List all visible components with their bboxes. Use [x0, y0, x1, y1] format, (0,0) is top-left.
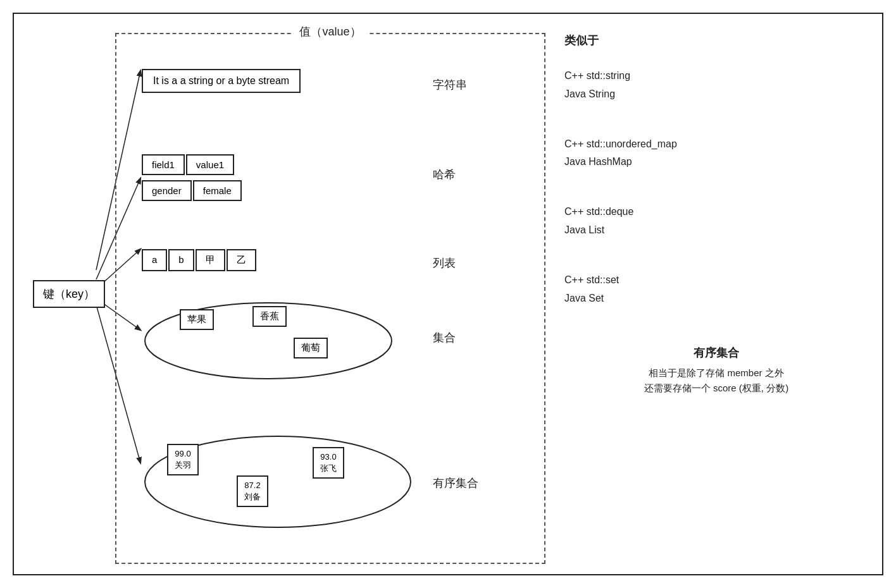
set-label: 集合 [433, 330, 456, 345]
key-box: 键（key） [33, 280, 105, 308]
similar-string-java: Java String [564, 85, 868, 104]
right-section-list: C++ std::deque Java List [564, 203, 868, 240]
right-section-string: C++ std::string Java String [564, 67, 868, 104]
hash-cell-gender: gender [142, 180, 192, 201]
right-panel: 类似于 C++ std::string Java String C++ std:… [564, 33, 868, 564]
sortedset-label: 有序集合 [433, 475, 478, 491]
right-section-set: C++ std::set Java Set [564, 271, 868, 308]
similar-set-java: Java Set [564, 290, 868, 308]
set-item-banana: 香蕉 [252, 306, 287, 327]
set-ellipse-container: 苹果 香蕉 葡萄 [142, 300, 395, 382]
list-cell-jia: 甲 [196, 249, 225, 271]
string-box: It is a a string or a byte stream [142, 69, 301, 93]
list-label: 列表 [433, 255, 456, 271]
similar-hash-cpp: C++ std::unordered_map [564, 135, 868, 154]
string-label: 字符串 [433, 77, 467, 92]
hash-row-1: field1 value1 [142, 154, 243, 175]
value-container: 值（value） It is a a string or a byte stre… [115, 33, 545, 564]
value-title: 值（value） [293, 24, 367, 39]
similar-list-java: Java List [564, 221, 868, 240]
hash-container: field1 value1 gender female [142, 154, 243, 206]
list-cell-b: b [168, 249, 194, 271]
hash-cell-value1: value1 [186, 154, 234, 175]
sortedset-title: 有序集合 [564, 345, 868, 360]
sortedset-ellipse-container: 99.0关羽 87.2刘备 93.0张飞 [142, 431, 414, 532]
set-item-grape: 葡萄 [294, 338, 328, 358]
sortedset-item-liubei: 87.2刘备 [237, 475, 268, 507]
hash-label: 哈希 [433, 167, 456, 182]
similar-string-cpp: C++ std::string [564, 67, 868, 85]
similar-hash-java: Java HashMap [564, 153, 868, 171]
similar-list-cpp: C++ std::deque [564, 203, 868, 221]
sortedset-item-zhangfei: 93.0张飞 [313, 447, 344, 479]
string-content: It is a a string or a byte stream [153, 75, 289, 86]
hash-row-2: gender female [142, 180, 243, 201]
key-label: 键（key） [43, 288, 95, 300]
list-cell-a: a [142, 249, 167, 271]
outer-border: 键（key） 值（value） It is a a string or a by… [13, 13, 883, 575]
main-container: 键（key） 值（value） It is a a string or a by… [14, 14, 882, 574]
similar-title: 类似于 [564, 33, 868, 48]
right-section-sortedset: 有序集合 相当于是除了存储 member 之外还需要存储一个 score (权重… [564, 345, 868, 396]
hash-cell-field1: field1 [142, 154, 185, 175]
right-section-hash: C++ std::unordered_map Java HashMap [564, 135, 868, 172]
hash-cell-female: female [193, 180, 242, 201]
list-container: a b 甲 乙 [142, 249, 258, 271]
similar-set-cpp: C++ std::set [564, 271, 868, 290]
list-cell-yi: 乙 [227, 249, 256, 271]
sortedset-desc: 相当于是除了存储 member 之外还需要存储一个 score (权重, 分数) [564, 365, 868, 396]
set-item-apple: 苹果 [180, 309, 214, 330]
sortedset-item-guanyu: 99.0关羽 [167, 444, 199, 475]
